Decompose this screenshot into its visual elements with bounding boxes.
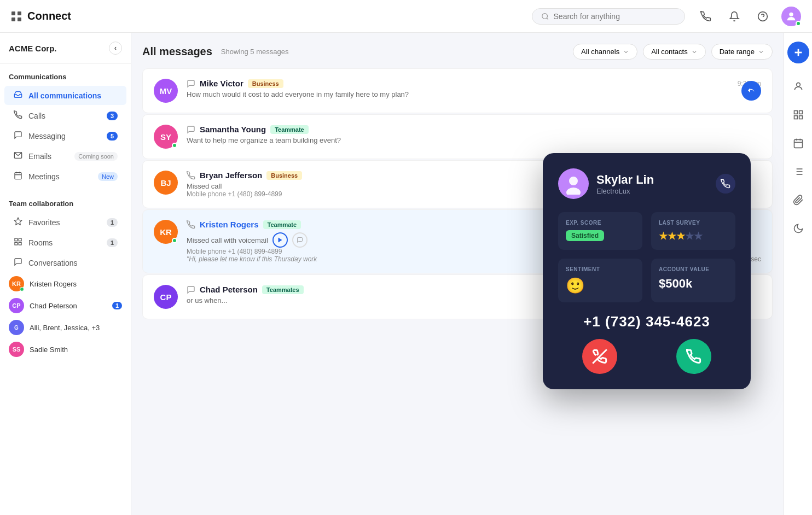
svg-marker-18 <box>278 238 282 243</box>
phone-icon <box>187 171 195 180</box>
team-section-label: Team collaboration <box>0 191 131 212</box>
sidebar-item-favorites[interactable]: Favorites 1 <box>4 213 126 232</box>
grid-icon <box>11 11 22 22</box>
message-card-mike-victor[interactable]: MV Mike Victor Business 9:30 am How much… <box>142 68 773 113</box>
svg-point-24 <box>796 83 800 86</box>
msg-tag-samantha: Teammate <box>270 125 309 134</box>
filter-contacts[interactable]: All contacts <box>643 44 705 60</box>
sidebar-item-meetings[interactable]: Meetings New <box>4 167 126 186</box>
call-stats-grid: EXP. SCORE Satisfied LAST SURVEY ★★★★★ S… <box>558 212 735 302</box>
calendar-icon <box>13 171 23 182</box>
call-phone-number: +1 (732) 345-4623 <box>558 313 735 330</box>
right-panel-paperclip-btn[interactable] <box>788 190 808 210</box>
conv-name-kristen: Kristen Rogers <box>30 280 122 288</box>
message-card-samantha[interactable]: SY Samantha Young Teammate Want to help … <box>142 114 773 159</box>
emails-label: Emails <box>28 152 69 161</box>
main-header: All messages Showing 5 messages All chan… <box>142 44 773 60</box>
conv-badge-chad: 1 <box>112 302 122 309</box>
sidebar-collapse-btn[interactable]: ‹ <box>109 42 122 55</box>
user-avatar-wrap[interactable] <box>781 7 801 26</box>
msg-name-bryan: Bryan Jefferson <box>200 171 262 180</box>
svg-rect-1 <box>18 11 21 15</box>
filter-channels[interactable]: All channels <box>573 44 637 60</box>
phone-icon-btn[interactable] <box>696 7 716 26</box>
conv-item-sadie-smith[interactable]: SS Sadie Smith <box>0 338 131 360</box>
conv-avatar-chad: CP <box>9 298 24 313</box>
msg-tag-kristen: Teammate <box>263 220 301 229</box>
msg-name-kristen: Kristen Rogers <box>200 220 259 229</box>
main-content: All messages Showing 5 messages All chan… <box>131 33 784 515</box>
call-contact-info: Skylar Lin ElectroLux <box>596 173 654 195</box>
right-panel-list-btn[interactable] <box>788 162 808 182</box>
decline-call-btn[interactable] <box>582 339 617 374</box>
call-contact-company: ElectroLux <box>596 187 654 195</box>
sentiment-label: SENTIMENT <box>566 266 635 272</box>
msg-avatar-samantha: SY <box>154 125 178 149</box>
msg-avatar-mike: MV <box>154 79 178 103</box>
exp-score-label: EXP. SCORE <box>566 220 635 226</box>
conv-item-kristen-rogers[interactable]: KR Kristen Rogers <box>0 273 131 295</box>
msg-preview-kristen: Missed call with voicemail <box>187 236 268 244</box>
svg-rect-0 <box>11 11 15 15</box>
conv-avatar-kristen: KR <box>9 276 24 291</box>
phone-icon <box>187 220 195 229</box>
sentiment-stat: SENTIMENT 🙂 <box>558 259 642 302</box>
msg-tag-mike: Business <box>248 79 283 88</box>
right-panel-grid-btn[interactable] <box>788 105 808 125</box>
account-value-label: ACCOUNT VALUE <box>659 266 728 272</box>
rooms-badge: 1 <box>107 238 118 247</box>
sidebar-company: ACME Corp. ‹ <box>0 42 131 64</box>
messaging-badge: 5 <box>107 132 118 141</box>
sidebar-item-conversations[interactable]: Conversations <box>4 253 126 272</box>
calls-label: Calls <box>28 112 101 120</box>
all-communications-label: All communications <box>28 91 118 100</box>
last-survey-stat: LAST SURVEY ★★★★★ <box>651 212 735 250</box>
sidebar-item-messaging[interactable]: Messaging 5 <box>4 126 126 145</box>
right-panel-user-btn[interactable] <box>788 77 808 96</box>
msg-name-chad: Chad Peterson <box>200 285 258 294</box>
sidebar-item-rooms[interactable]: Rooms 1 <box>4 233 126 252</box>
svg-rect-26 <box>799 111 802 114</box>
chevron-down-icon <box>691 49 698 55</box>
chat-icon <box>187 79 195 88</box>
svg-rect-3 <box>18 17 21 21</box>
filter-date[interactable]: Date range <box>711 44 773 60</box>
conv-avatar-sadie: SS <box>9 342 24 357</box>
online-indicator <box>796 21 801 26</box>
topnav-actions <box>696 7 801 26</box>
conversations-icon <box>13 258 23 268</box>
msg-tag-chad: Teammates <box>262 285 304 294</box>
svg-rect-9 <box>15 173 21 179</box>
survey-stars: ★★★★★ <box>659 230 728 242</box>
sidebar-item-emails[interactable]: Emails Coming soon <box>4 147 126 166</box>
play-btn-kristen[interactable] <box>272 232 288 248</box>
search-bar[interactable] <box>532 8 685 25</box>
call-contact-name: Skylar Lin <box>596 173 654 187</box>
accept-call-btn[interactable] <box>676 339 711 374</box>
notifications-icon-btn[interactable] <box>724 7 744 26</box>
bubble-btn-kristen[interactable] <box>292 232 308 248</box>
help-icon-btn[interactable] <box>753 7 773 26</box>
conv-item-alli-group[interactable]: G Alli, Brent, Jessica, +3 <box>0 317 131 338</box>
sidebar-item-all-communications[interactable]: All communications <box>4 86 126 105</box>
conv-avatar-group: G <box>9 320 24 335</box>
svg-rect-16 <box>15 242 18 245</box>
online-dot-kristen <box>172 238 177 243</box>
call-contact: Skylar Lin ElectroLux <box>558 168 735 199</box>
mail-icon <box>13 151 23 161</box>
sidebar-item-calls[interactable]: Calls 3 <box>4 106 126 125</box>
phone-icon <box>721 179 730 189</box>
star-icon <box>13 217 23 227</box>
conv-item-chad-peterson[interactable]: CP Chad Peterson 1 <box>0 295 131 317</box>
inbox-icon <box>13 90 23 101</box>
main-title: All messages <box>142 45 212 58</box>
right-panel-calendar-btn[interactable] <box>788 133 808 153</box>
search-input[interactable] <box>554 12 676 21</box>
reply-btn-mike[interactable] <box>741 81 761 101</box>
add-fab-btn[interactable] <box>787 42 809 63</box>
right-panel-moon-btn[interactable] <box>788 219 808 238</box>
msg-name-samantha: Samantha Young <box>200 125 266 134</box>
svg-line-5 <box>547 17 548 19</box>
msg-top-samantha: Samantha Young Teammate <box>187 125 761 134</box>
call-overlay: Skylar Lin ElectroLux EXP. SCORE Satisfi… <box>543 153 751 389</box>
